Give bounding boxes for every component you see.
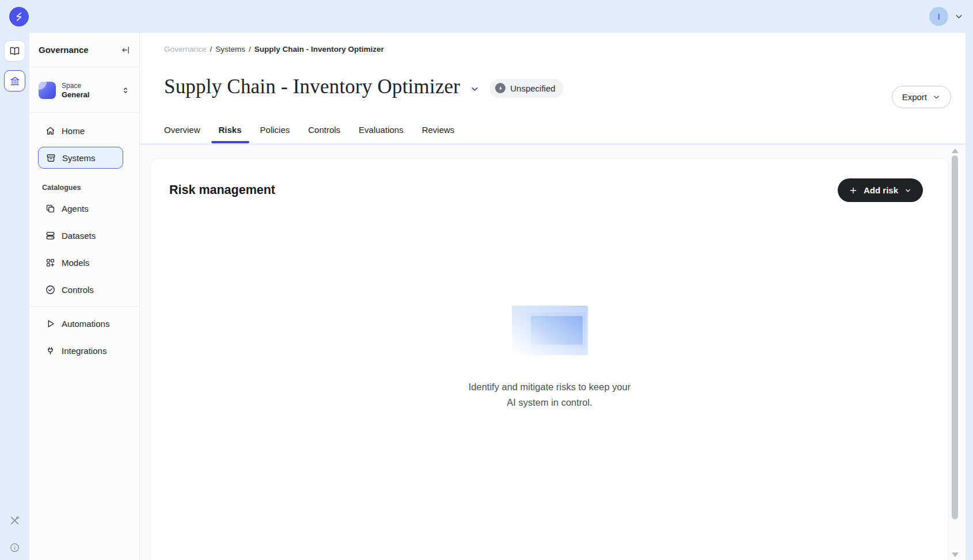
- sidebar-nav-top: Home Systems: [29, 113, 139, 169]
- book-icon: [9, 45, 21, 57]
- sidebar-item-label: Controls: [62, 285, 94, 295]
- sidebar-item-systems[interactable]: Systems: [38, 147, 123, 169]
- empty-state-line-1: Identify and mitigate risks to keep your: [469, 379, 631, 395]
- tab-risks[interactable]: Risks: [219, 125, 242, 143]
- title-row: Supply Chain - Inventory Optimizer Unspe…: [164, 75, 564, 98]
- add-risk-button[interactable]: Add risk: [838, 178, 923, 202]
- bank-icon: [9, 75, 21, 87]
- sidebar-item-label: Models: [62, 258, 89, 268]
- empty-state-line-2: AI system in control.: [469, 395, 631, 410]
- sidebar-nav-bottom: Automations Integrations: [29, 313, 139, 361]
- sidebar-item-label: Home: [62, 126, 85, 136]
- add-risk-chevron-down-icon: [904, 186, 912, 195]
- sidebar-item-controls[interactable]: Controls: [38, 279, 123, 300]
- automations-icon: [44, 318, 56, 329]
- sidebar-item-label: Datasets: [62, 231, 96, 241]
- illustration-inner-rect: [531, 316, 583, 345]
- integrations-icon: [44, 345, 56, 356]
- page-title: Supply Chain - Inventory Optimizer: [164, 75, 460, 98]
- sidebar-nav-catalogues: Agents Datasets Models: [29, 197, 139, 300]
- breadcrumb-governance[interactable]: Governance: [164, 45, 207, 54]
- collapse-arrow-icon: [121, 45, 131, 55]
- logo-squiggle-icon: [13, 10, 25, 23]
- avatar[interactable]: I: [929, 7, 948, 26]
- agents-icon: [44, 203, 56, 214]
- breadcrumb-current: Supply Chain - Inventory Optimizer: [254, 45, 384, 54]
- controls-icon: [44, 284, 56, 295]
- sidebar-item-label: Agents: [62, 204, 89, 214]
- tab-evaluations[interactable]: Evaluations: [359, 125, 404, 143]
- tools-icon: [9, 515, 21, 527]
- tab-controls[interactable]: Controls: [308, 125, 340, 143]
- lightning-icon: [495, 83, 505, 93]
- systems-icon: [45, 153, 56, 163]
- scrollbar-thumb[interactable]: [952, 155, 958, 519]
- card-title: Risk management: [169, 183, 275, 197]
- breadcrumb-separator: /: [249, 45, 251, 54]
- title-chevron-down-icon[interactable]: [469, 83, 480, 94]
- sidebar-title: Governance: [39, 45, 89, 55]
- breadcrumb: Governance / Systems / Supply Chain - In…: [164, 45, 384, 54]
- sidebar-item-label: Integrations: [62, 346, 107, 356]
- account-chevron-down-icon[interactable]: [954, 12, 964, 21]
- scrollbar-up-arrow[interactable]: [952, 148, 959, 153]
- status-badge[interactable]: Unspecified: [489, 79, 563, 98]
- sidebar-item-label: Systems: [62, 153, 96, 163]
- governance-rail-button[interactable]: [4, 70, 25, 92]
- sidebar-divider: [29, 306, 139, 307]
- home-icon: [44, 125, 56, 136]
- updown-chevrons-icon: [121, 86, 130, 95]
- catalogues-section-label: Catalogues: [42, 184, 139, 192]
- sidebar-item-datasets[interactable]: Datasets: [38, 224, 123, 246]
- empty-state-text: Identify and mitigate risks to keep your…: [469, 379, 631, 410]
- tab-reviews[interactable]: Reviews: [422, 125, 455, 143]
- plus-icon: [849, 186, 858, 195]
- export-button[interactable]: Export: [892, 86, 951, 108]
- avatar-initial: I: [937, 12, 940, 21]
- info-button[interactable]: [0, 542, 29, 553]
- library-rail-button[interactable]: [4, 40, 25, 62]
- sidebar: Governance Space General: [29, 33, 140, 560]
- risk-management-card: Risk management Add risk: [150, 158, 949, 560]
- topbar: I: [0, 0, 973, 33]
- collapse-sidebar-button[interactable]: [121, 45, 131, 55]
- space-name: General: [62, 90, 115, 99]
- breadcrumb-systems[interactable]: Systems: [215, 45, 245, 54]
- space-avatar: [39, 82, 56, 99]
- account-menu[interactable]: I: [929, 7, 964, 26]
- info-icon: [9, 542, 20, 553]
- models-icon: [44, 257, 56, 268]
- export-label: Export: [902, 92, 927, 102]
- sidebar-item-home[interactable]: Home: [38, 120, 123, 142]
- tab-bar: Overview Risks Policies Controls Evaluat…: [164, 125, 454, 143]
- app-logo[interactable]: [9, 7, 29, 26]
- admin-tools-button[interactable]: [0, 515, 29, 527]
- empty-state-illustration: [512, 306, 588, 355]
- sidebar-item-models[interactable]: Models: [38, 252, 123, 273]
- scrollbar-down-arrow[interactable]: [952, 553, 959, 557]
- tab-overview[interactable]: Overview: [164, 125, 200, 143]
- breadcrumb-separator: /: [210, 45, 212, 54]
- sidebar-item-integrations[interactable]: Integrations: [38, 340, 123, 361]
- card-header: Risk management Add risk: [151, 159, 948, 202]
- sidebar-item-automations[interactable]: Automations: [38, 313, 123, 334]
- content-region: Risk management Add risk: [140, 145, 966, 560]
- main-header: Governance / Systems / Supply Chain - In…: [140, 33, 966, 143]
- datasets-icon: [44, 230, 56, 241]
- sidebar-item-label: Automations: [62, 319, 109, 329]
- icon-rail: [0, 33, 29, 560]
- sidebar-header: Governance: [29, 33, 139, 67]
- space-label: Space: [62, 82, 115, 90]
- sidebar-item-agents[interactable]: Agents: [38, 197, 123, 219]
- export-chevron-down-icon: [932, 93, 941, 101]
- tab-policies[interactable]: Policies: [260, 125, 290, 143]
- status-badge-label: Unspecified: [510, 83, 555, 93]
- empty-state: Identify and mitigate risks to keep your…: [151, 306, 948, 410]
- add-risk-label: Add risk: [864, 185, 898, 195]
- space-selector[interactable]: Space General: [35, 78, 134, 103]
